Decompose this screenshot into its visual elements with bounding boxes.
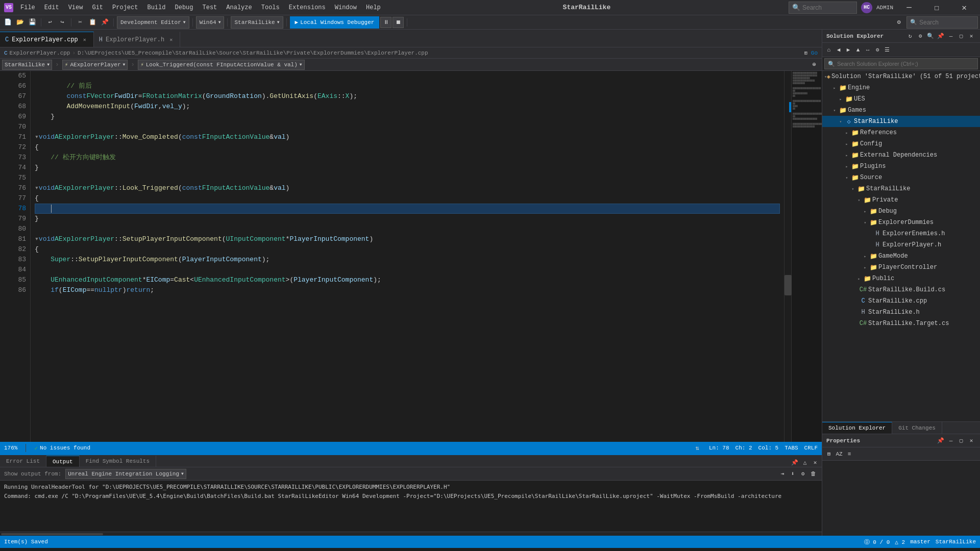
tree-debug-folder[interactable]: ▸ 📁 Debug bbox=[822, 206, 980, 217]
menu-test[interactable]: Test bbox=[199, 2, 222, 13]
se-list-btn[interactable]: ☰ bbox=[883, 45, 892, 55]
settings-btn[interactable]: ⚙ bbox=[893, 17, 904, 28]
tree-ext-deps[interactable]: ▸ 📁 External Dependencies bbox=[822, 149, 980, 161]
status-arrows[interactable]: ⇅ bbox=[692, 442, 703, 454]
toolbar-search[interactable]: 🔍 bbox=[906, 16, 978, 29]
zoom-status[interactable]: 176% bbox=[4, 445, 17, 451]
tab-solution-explorer[interactable]: Solution Explorer bbox=[822, 422, 892, 434]
close-button[interactable]: ✕ bbox=[952, 0, 976, 15]
tree-source-srl[interactable]: ▾ 📁 StarRailLike bbox=[822, 183, 980, 194]
tab-h-close[interactable]: ✕ bbox=[167, 36, 175, 43]
menu-edit[interactable]: Edit bbox=[40, 2, 63, 13]
tab-find-symbol[interactable]: Find Symbol Results bbox=[80, 456, 156, 467]
method1-nav-dropdown[interactable]: ⚡ AExplorerPlayer ▼ bbox=[62, 60, 128, 70]
tab-explorer-h[interactable]: H ExplorerPlayer.h ✕ bbox=[94, 32, 180, 47]
prop-pin-btn[interactable]: 📌 bbox=[936, 436, 945, 445]
se-filter-btn[interactable]: ⚙ bbox=[916, 32, 925, 41]
tree-gamemode[interactable]: ▸ 📁 GameMode bbox=[822, 251, 980, 262]
tab-explorer-cpp[interactable]: C ExplorerPlayer.cpp ✕ bbox=[0, 32, 94, 47]
class-nav-dropdown[interactable]: StarRailLike ▼ bbox=[2, 60, 52, 70]
tree-explorer-player-h[interactable]: H ExplorerPlayer.h bbox=[822, 239, 980, 251]
tab-git-changes[interactable]: Git Changes bbox=[892, 422, 942, 434]
scrollbar-thumb[interactable] bbox=[785, 275, 792, 295]
save-btn[interactable]: 💾 bbox=[27, 17, 38, 28]
se-up-btn[interactable]: ▲ bbox=[853, 45, 863, 55]
menu-tools[interactable]: Tools bbox=[257, 2, 284, 13]
se-back-btn[interactable]: ◀ bbox=[834, 45, 843, 55]
tab-cpp-close[interactable]: ✕ bbox=[81, 36, 88, 43]
se-forward-btn[interactable]: ▶ bbox=[844, 45, 853, 55]
tree-config[interactable]: ▸ 📁 Config bbox=[822, 138, 980, 149]
collapse-81[interactable]: ▾ bbox=[35, 234, 39, 244]
crlf-label[interactable]: CRLF bbox=[804, 445, 818, 451]
tree-solution-root[interactable]: ▾ ◈ Solution 'StarRailLike' (51 of 51 pr… bbox=[822, 71, 980, 82]
pause-btn[interactable]: ⏸ bbox=[380, 17, 391, 28]
tree-target-cs[interactable]: C# StarRailLike.Target.cs bbox=[822, 318, 980, 329]
menu-git[interactable]: Git bbox=[88, 2, 107, 13]
prop-close-btn[interactable]: ✕ bbox=[967, 436, 976, 445]
collapse-71[interactable]: ▾ bbox=[35, 132, 39, 142]
maximize-panel-btn[interactable]: △ bbox=[800, 458, 810, 467]
open-file-btn[interactable]: 📂 bbox=[14, 17, 26, 28]
copy-btn[interactable]: 📋 bbox=[87, 17, 98, 28]
tree-starraillike-h[interactable]: H StarRailLike.h bbox=[822, 307, 980, 318]
project-dropdown[interactable]: StarRailLike ▼ bbox=[231, 16, 283, 29]
tree-source[interactable]: ▾ 📁 Source bbox=[822, 172, 980, 183]
prop-minimize-btn[interactable]: — bbox=[946, 436, 955, 445]
close-panel-btn[interactable]: ✕ bbox=[811, 458, 820, 467]
output-scroll-btn[interactable]: ⬇ bbox=[788, 469, 797, 479]
tree-explorer-dummies[interactable]: ▾ 📁 ExplorerDummies bbox=[822, 217, 980, 228]
menu-debug[interactable]: Debug bbox=[170, 2, 197, 13]
se-close-btn[interactable]: ✕ bbox=[967, 32, 976, 41]
menu-file[interactable]: File bbox=[16, 2, 39, 13]
menu-view[interactable]: View bbox=[64, 2, 87, 13]
se-search-input[interactable] bbox=[837, 61, 974, 67]
paste-btn[interactable]: 📌 bbox=[99, 17, 110, 28]
title-search[interactable]: 🔍 bbox=[789, 2, 857, 14]
stop-btn[interactable]: ⏹ bbox=[393, 17, 404, 28]
se-pin-btn[interactable]: 📌 bbox=[936, 32, 945, 41]
code-line-78[interactable] bbox=[35, 204, 780, 214]
run-button[interactable]: ▶ Local Windows Debugger bbox=[290, 16, 380, 29]
undo-btn[interactable]: ↩ bbox=[44, 17, 56, 28]
solution-tree[interactable]: ▾ ◈ Solution 'StarRailLike' (51 of 51 pr… bbox=[822, 71, 980, 421]
tree-plugins[interactable]: ▸ 📁 Plugins bbox=[822, 161, 980, 172]
config-dropdown[interactable]: Development Editor ▼ bbox=[117, 16, 189, 29]
se-home-btn[interactable]: ⌂ bbox=[824, 45, 834, 55]
title-search-input[interactable] bbox=[802, 4, 853, 11]
prop-category-btn[interactable]: ⊞ bbox=[824, 449, 834, 459]
tree-starraillike-cpp[interactable]: C StarRailLike.cpp bbox=[822, 295, 980, 307]
nav-expand-btn[interactable]: ⊕ bbox=[808, 59, 820, 70]
redo-btn[interactable]: ↪ bbox=[57, 17, 68, 28]
prop-maximize-btn[interactable]: ▢ bbox=[957, 436, 966, 445]
tree-engine[interactable]: ▸ 📁 Engine bbox=[822, 82, 980, 93]
tree-private[interactable]: ▾ 📁 Private bbox=[822, 194, 980, 206]
split-btn[interactable]: ⊞ bbox=[802, 49, 810, 57]
platform-dropdown[interactable]: Win64 ▼ bbox=[196, 16, 225, 29]
toolbar-search-input[interactable] bbox=[919, 19, 965, 26]
menu-window[interactable]: Window bbox=[331, 2, 361, 13]
menu-help[interactable]: Help bbox=[362, 2, 385, 13]
minimize-button[interactable]: — bbox=[897, 0, 921, 15]
h-scrollbar-thumb[interactable] bbox=[1, 533, 103, 535]
tab-error-list[interactable]: Error List bbox=[0, 456, 46, 467]
collapse-76[interactable]: ▾ bbox=[35, 183, 39, 193]
tab-output[interactable]: Output bbox=[46, 456, 80, 467]
cut-btn[interactable]: ✂ bbox=[75, 17, 86, 28]
tree-starraillike-project[interactable]: ▾ ◇ StarRailLike bbox=[822, 116, 980, 127]
output-filter-btn[interactable]: ⚙ bbox=[798, 469, 807, 479]
code-content[interactable]: // 前后 const FVector FwdDir = FRotationMa… bbox=[31, 71, 784, 442]
tree-playercontroller[interactable]: ▸ 📁 PlayerController bbox=[822, 262, 980, 273]
se-search-box[interactable]: 🔍 bbox=[824, 58, 978, 69]
tree-ues[interactable]: ▸ 📁 UES bbox=[822, 93, 980, 105]
menu-build[interactable]: Build bbox=[143, 2, 169, 13]
output-source-dropdown[interactable]: Unreal Engine Integration Logging ▼ bbox=[65, 469, 186, 479]
output-wrap-btn[interactable]: ⇥ bbox=[778, 469, 787, 479]
prop-props-btn[interactable]: ≡ bbox=[845, 449, 854, 459]
expand-icon[interactable]: ⊕ bbox=[808, 59, 820, 70]
se-maximize-btn[interactable]: ▢ bbox=[957, 32, 966, 41]
output-clear-btn[interactable]: 🗑 bbox=[808, 469, 818, 479]
se-search-btn[interactable]: 🔍 bbox=[926, 32, 935, 41]
se-settings-btn[interactable]: ⚙ bbox=[873, 45, 882, 55]
horizontal-scrollbar[interactable] bbox=[0, 532, 822, 536]
